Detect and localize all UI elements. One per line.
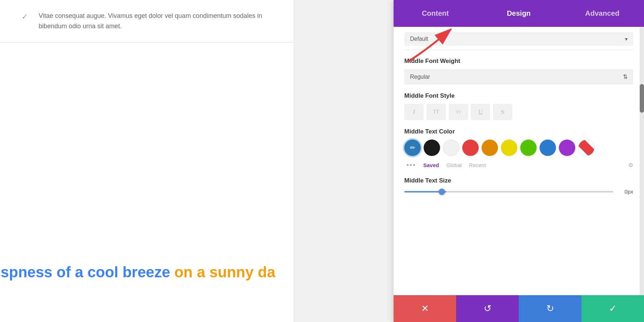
text-size-slider[interactable]	[404, 191, 613, 192]
size-value: 0px	[619, 189, 633, 195]
redo-button[interactable]: ↻	[519, 295, 581, 322]
color-tab-saved[interactable]: Saved	[423, 162, 439, 168]
color-settings-icon[interactable]: ⚙	[628, 162, 633, 169]
tab-advanced[interactable]: Advanced	[561, 1, 644, 26]
font-style-section: Middle Font Style I TT TT U S	[404, 92, 633, 120]
font-weight-arrow-icon: ⇅	[623, 73, 628, 80]
small-caps-tt-button[interactable]: TT	[426, 104, 446, 120]
strikethrough-button[interactable]: S	[493, 104, 512, 120]
color-picker-button[interactable]: ✏	[404, 140, 421, 156]
scrollbar-thumb[interactable]	[640, 84, 644, 113]
tab-content[interactable]: Content	[394, 1, 477, 26]
check-icon: ✓	[21, 12, 28, 21]
color-tab-recent[interactable]: Recent	[469, 162, 486, 168]
undo-button[interactable]: ↺	[456, 295, 519, 322]
save-button[interactable]: ✓	[581, 295, 644, 322]
text-color-label: Middle Text Color	[404, 128, 633, 135]
font-weight-label: Middle Font Weight	[404, 58, 633, 65]
font-weight-section: Middle Font Weight Regular ⇅	[404, 58, 633, 84]
cancel-button[interactable]: ✕	[394, 295, 456, 322]
tab-design[interactable]: Design	[477, 1, 560, 26]
checklist-text: Vitae consequat augue. Vivamus eget dolo…	[39, 11, 272, 31]
color-palette: ✏	[404, 140, 633, 156]
default-dropdown[interactable]: Default ▾	[404, 32, 633, 46]
color-purple[interactable]	[559, 140, 575, 156]
small-caps-sub-button[interactable]: TT	[449, 104, 468, 120]
color-red[interactable]	[462, 140, 479, 156]
italic-button[interactable]: I	[404, 104, 424, 120]
tabs-bar: Content Design Advanced	[394, 0, 644, 27]
default-dropdown-label: Default	[410, 36, 428, 42]
color-tabs-row: ••• Saved Global Recent ⚙	[404, 161, 633, 169]
color-orange[interactable]	[482, 140, 498, 156]
text-size-section: Middle Text Size 0px	[404, 177, 633, 195]
more-colors-dots[interactable]: •••	[406, 161, 416, 169]
font-weight-select[interactable]: Regular ⇅	[404, 69, 633, 84]
default-dropdown-row: Default ▾	[404, 27, 633, 50]
font-style-buttons: I TT TT U S	[404, 104, 633, 120]
underline-button[interactable]: U	[471, 104, 490, 120]
color-tab-global[interactable]: Global	[446, 162, 462, 168]
scrollbar-track[interactable]	[640, 27, 644, 295]
checklist-item: ✓ Vitae consequat augue. Vivamus eget do…	[0, 0, 293, 43]
color-yellow[interactable]	[501, 140, 517, 156]
panel-content: Default ▾ Middle Font Weight Regular ⇅ M…	[394, 27, 644, 295]
left-panel: ✓ Vitae consequat augue. Vivamus eget do…	[0, 0, 293, 322]
color-green[interactable]	[520, 140, 537, 156]
right-panel: Content Design Advanced Default ▾	[394, 0, 644, 322]
color-black[interactable]	[424, 140, 440, 156]
action-bar: ✕ ↺ ↻ ✓	[394, 295, 644, 322]
pencil-icon: ✏	[410, 144, 415, 152]
color-none[interactable]	[578, 140, 595, 156]
color-white[interactable]	[443, 140, 459, 156]
color-blue[interactable]	[540, 140, 556, 156]
font-weight-value: Regular	[410, 74, 430, 80]
text-size-label: Middle Text Size	[404, 177, 633, 184]
cool-breeze-yellow-text: on a sunny da	[174, 264, 275, 280]
cool-breeze-blue-text: ispness of a cool breeze	[0, 264, 170, 280]
cool-breeze-section: ispness of a cool breeze on a sunny da	[0, 264, 275, 281]
size-slider-row: 0px	[404, 189, 633, 195]
font-style-label: Middle Font Style	[404, 92, 633, 99]
dropdown-arrow-icon: ▾	[625, 36, 628, 42]
text-color-section: Middle Text Color ✏ ••• Saved	[404, 128, 633, 169]
slider-thumb[interactable]	[439, 189, 445, 195]
